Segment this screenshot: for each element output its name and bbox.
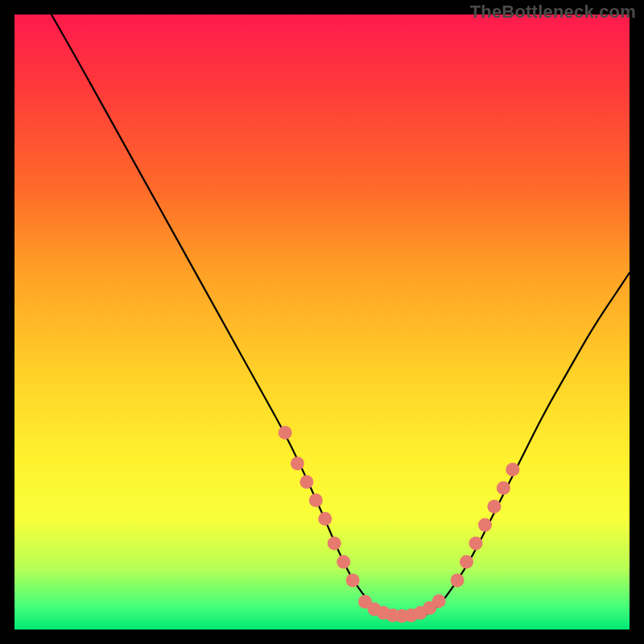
bottleneck-curve <box>52 14 630 617</box>
left-dots-dot <box>346 573 360 587</box>
right-dots-dot <box>469 537 483 551</box>
watermark-text: TheBottleneck.com <box>470 2 636 23</box>
right-dots-dot <box>497 481 510 495</box>
plot-area <box>14 14 630 630</box>
highlight-dots <box>279 426 520 623</box>
left-dots-dot <box>291 456 304 470</box>
left-dots-dot <box>318 512 332 526</box>
curve-svg <box>14 14 630 630</box>
left-dots-dot <box>328 537 341 551</box>
right-dots-dot <box>451 573 464 587</box>
left-dots-dot <box>279 426 292 440</box>
chart-frame: TheBottleneck.com <box>0 0 644 644</box>
bottom-dots-dot <box>432 594 446 608</box>
left-dots-dot <box>299 475 313 489</box>
right-dots-dot <box>478 518 492 532</box>
right-dots-dot <box>506 463 519 477</box>
left-dots-dot <box>309 493 323 507</box>
right-dots-dot <box>487 500 501 514</box>
left-dots-dot <box>336 555 350 568</box>
right-dots-dot <box>460 555 473 568</box>
